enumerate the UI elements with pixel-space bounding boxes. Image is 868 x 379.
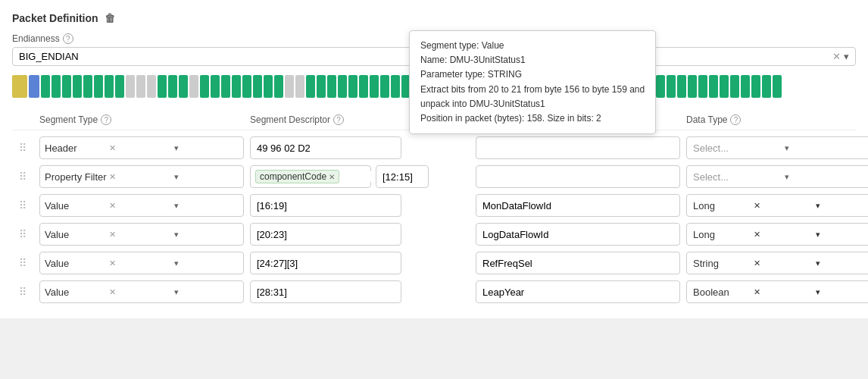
descriptor-extra-input[interactable] bbox=[376, 165, 429, 188]
name-input[interactable] bbox=[476, 280, 680, 303]
packet-block-11[interactable] bbox=[136, 75, 145, 98]
segment-type-arrow[interactable]: ▾ bbox=[174, 172, 239, 182]
tag-close-icon[interactable]: ✕ bbox=[329, 173, 335, 181]
segment-type-arrow[interactable]: ▾ bbox=[174, 201, 239, 211]
drag-handle[interactable]: ⠿ bbox=[12, 228, 33, 240]
packet-block-10[interactable] bbox=[126, 75, 135, 98]
segment-descriptor-help-icon[interactable]: ? bbox=[333, 114, 344, 125]
data-type-arrow[interactable]: ▾ bbox=[785, 143, 868, 153]
segment-type-arrow[interactable]: ▾ bbox=[174, 143, 239, 153]
endianness-dropdown-icon[interactable]: ▾ bbox=[844, 51, 849, 62]
name-input[interactable] bbox=[476, 165, 680, 188]
descriptor-input[interactable] bbox=[250, 280, 401, 303]
drag-handle[interactable]: ⠿ bbox=[12, 171, 33, 183]
drag-handle[interactable]: ⠿ bbox=[12, 286, 33, 298]
packet-block-26[interactable] bbox=[295, 75, 304, 98]
packet-block-68[interactable] bbox=[741, 75, 750, 98]
segment-type-select[interactable]: Header ✕ ▾ bbox=[39, 136, 244, 159]
segment-type-help-icon[interactable]: ? bbox=[101, 114, 111, 125]
packet-block-9[interactable] bbox=[115, 75, 124, 98]
packet-block-13[interactable] bbox=[158, 75, 167, 98]
data-type-select[interactable]: Select... ▾ bbox=[686, 136, 868, 159]
data-type-select[interactable]: Boolean ✕ ▾ bbox=[686, 280, 868, 303]
endianness-help-icon[interactable]: ? bbox=[63, 33, 73, 44]
packet-block-4[interactable] bbox=[62, 75, 71, 98]
data-type-arrow[interactable]: ▾ bbox=[785, 172, 868, 182]
packet-block-24[interactable] bbox=[274, 75, 283, 98]
packet-block-8[interactable] bbox=[105, 75, 114, 98]
endianness-clear-icon[interactable]: ✕ bbox=[832, 51, 841, 62]
drag-handle[interactable]: ⠿ bbox=[12, 142, 33, 154]
packet-block-70[interactable] bbox=[762, 75, 771, 98]
packet-block-20[interactable] bbox=[232, 75, 241, 98]
segment-type-clear[interactable]: ✕ bbox=[109, 258, 173, 268]
data-type-clear[interactable]: ✕ bbox=[754, 201, 814, 211]
name-input[interactable] bbox=[476, 252, 680, 274]
segment-type-clear[interactable]: ✕ bbox=[109, 172, 173, 182]
packet-block-7[interactable] bbox=[94, 75, 103, 98]
descriptor-input[interactable] bbox=[250, 223, 401, 246]
tag-input-field[interactable] bbox=[342, 171, 373, 182]
data-type-arrow[interactable]: ▾ bbox=[816, 287, 868, 297]
data-type-select[interactable]: Select... ▾ bbox=[686, 165, 868, 188]
packet-block-2[interactable] bbox=[41, 75, 50, 98]
data-type-arrow[interactable]: ▾ bbox=[816, 230, 868, 240]
segment-type-select[interactable]: Value ✕ ▾ bbox=[39, 194, 244, 217]
segment-type-clear[interactable]: ✕ bbox=[109, 287, 173, 297]
segment-type-arrow[interactable]: ▾ bbox=[174, 230, 239, 240]
data-type-clear[interactable]: ✕ bbox=[754, 287, 814, 297]
packet-block-35[interactable] bbox=[391, 75, 400, 98]
packet-block-29[interactable] bbox=[327, 75, 336, 98]
packet-block-14[interactable] bbox=[168, 75, 177, 98]
packet-block-18[interactable] bbox=[211, 75, 220, 98]
packet-block-0[interactable] bbox=[12, 75, 27, 98]
packet-block-62[interactable] bbox=[677, 75, 686, 98]
segment-type-select[interactable]: Property Filter ✕ ▾ bbox=[39, 165, 244, 188]
segment-type-clear[interactable]: ✕ bbox=[109, 201, 173, 211]
packet-block-3[interactable] bbox=[52, 75, 61, 98]
packet-block-6[interactable] bbox=[83, 75, 92, 98]
descriptor-tag-input[interactable]: componentCode ✕ bbox=[250, 165, 371, 188]
name-input[interactable] bbox=[476, 136, 680, 159]
packet-block-65[interactable] bbox=[709, 75, 718, 98]
packet-block-5[interactable] bbox=[73, 75, 82, 98]
packet-block-64[interactable] bbox=[698, 75, 707, 98]
descriptor-input[interactable] bbox=[250, 136, 401, 159]
packet-block-12[interactable] bbox=[147, 75, 156, 98]
segment-type-arrow[interactable]: ▾ bbox=[174, 258, 239, 268]
packet-block-23[interactable] bbox=[264, 75, 273, 98]
packet-block-22[interactable] bbox=[253, 75, 262, 98]
packet-block-71[interactable] bbox=[773, 75, 782, 98]
packet-block-67[interactable] bbox=[730, 75, 739, 98]
packet-block-60[interactable] bbox=[656, 75, 665, 98]
delete-packet-icon[interactable]: 🗑 bbox=[105, 12, 115, 24]
packet-block-28[interactable] bbox=[317, 75, 326, 98]
data-type-select[interactable]: String ✕ ▾ bbox=[686, 252, 868, 274]
packet-block-16[interactable] bbox=[189, 75, 198, 98]
packet-block-1[interactable] bbox=[29, 75, 39, 98]
segment-type-clear[interactable]: ✕ bbox=[109, 230, 173, 240]
name-input[interactable] bbox=[476, 194, 680, 217]
segment-type-select[interactable]: Value ✕ ▾ bbox=[39, 223, 244, 246]
data-type-select[interactable]: Long ✕ ▾ bbox=[686, 194, 868, 217]
packet-block-34[interactable] bbox=[380, 75, 389, 98]
packet-block-33[interactable] bbox=[370, 75, 379, 98]
drag-handle[interactable]: ⠿ bbox=[12, 199, 33, 211]
packet-block-61[interactable] bbox=[667, 75, 676, 98]
descriptor-input[interactable] bbox=[250, 252, 401, 274]
packet-block-32[interactable] bbox=[359, 75, 368, 98]
data-type-arrow[interactable]: ▾ bbox=[816, 201, 868, 211]
data-type-clear[interactable]: ✕ bbox=[754, 258, 814, 268]
packet-block-69[interactable] bbox=[751, 75, 760, 98]
drag-handle[interactable]: ⠿ bbox=[12, 257, 33, 269]
descriptor-input[interactable] bbox=[250, 194, 401, 217]
packet-block-31[interactable] bbox=[348, 75, 358, 98]
segment-type-select[interactable]: Value ✕ ▾ bbox=[39, 252, 244, 274]
packet-block-21[interactable] bbox=[242, 75, 251, 98]
segment-type-arrow[interactable]: ▾ bbox=[174, 287, 239, 297]
packet-block-27[interactable] bbox=[306, 75, 315, 98]
packet-block-19[interactable] bbox=[221, 75, 230, 98]
data-type-select[interactable]: Long ✕ ▾ bbox=[686, 223, 868, 246]
packet-block-15[interactable] bbox=[179, 75, 188, 98]
data-type-clear[interactable]: ✕ bbox=[754, 230, 814, 240]
